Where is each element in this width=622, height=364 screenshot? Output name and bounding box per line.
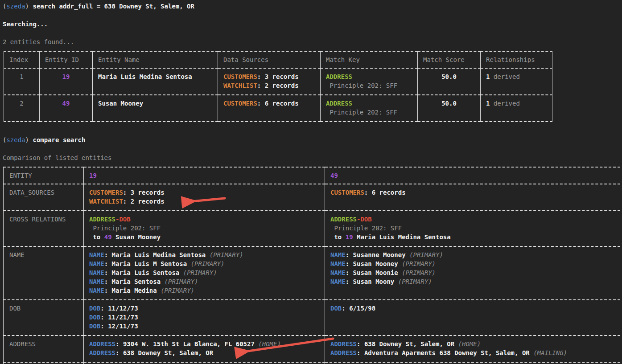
- cell-match-score: 50.0: [418, 95, 481, 122]
- comparison-caption: Comparison of listed entities: [3, 153, 622, 162]
- col-header-entity-name: Entity Name: [93, 51, 218, 68]
- cell-match-score: 50.0: [418, 68, 481, 95]
- related-entity-id: 19: [346, 233, 353, 241]
- cell-relationships: 1 derived: [481, 68, 552, 95]
- row-label-cross-relations: CROSS_RELATIONS: [4, 211, 84, 246]
- cell-entity-id: 49: [40, 95, 93, 122]
- data-source-label: CUSTOMERS: [223, 100, 257, 107]
- related-entity-name: Maria Luis Medina Sentosa: [353, 233, 451, 241]
- comparison-table: ENTITY 19 49 DATA_SOURCES CUSTOMERS: 3 r…: [3, 167, 620, 364]
- comparison-row-entity: ENTITY 19 49: [4, 167, 620, 184]
- comparison-row-partial: [4, 362, 620, 364]
- searching-status: Searching...: [3, 20, 622, 29]
- comparison-row-dob: DOB DOB: 11/12/73 DOB: 11/21/73 DOB: 12/…: [4, 300, 620, 335]
- data-sources-cell: CUSTOMERS: 6 records: [325, 184, 620, 211]
- row-label-data-sources: DATA_SOURCES: [4, 184, 84, 211]
- col-header-relationships: Relationships: [481, 51, 552, 68]
- data-sources-cell: CUSTOMERS: 3 records WATCHLIST: 2 record…: [84, 184, 325, 211]
- cell-entity-name: Maria Luis Medina Sentosa: [93, 68, 218, 95]
- comparison-row-address: ADDRESS ADDRESS: 9304 W. 15th St La Blan…: [4, 335, 620, 362]
- cross-relation-principle: Principle 202: SFF: [89, 224, 319, 233]
- col-header-data-sources: Data Sources: [218, 51, 321, 68]
- command-text: search addr_full = 638 Downey St, Salem,…: [33, 3, 194, 10]
- match-key-principle: Principle 202: SFF: [326, 108, 412, 117]
- prompt-name: szeda: [6, 136, 25, 143]
- terminal-screen[interactable]: { "misc": { "sep": ": ", "paren_open": "…: [0, 0, 622, 364]
- dob-cell: DOB: 6/15/98: [325, 300, 620, 335]
- names-cell: NAME: Maria Luis Medina Sentosa (PRIMARY…: [84, 246, 325, 300]
- data-source-count: 3 records: [265, 73, 299, 80]
- data-source-label: WATCHLIST: [223, 82, 257, 89]
- comparison-row-cross-relations: CROSS_RELATIONS ADDRESS-DOB Principle 20…: [4, 211, 620, 246]
- row-label-name: NAME: [4, 246, 84, 300]
- cell-index: 1: [4, 68, 40, 95]
- names-cell: NAME: Susanne Mooney (PRIMARY) NAME: Sus…: [325, 246, 620, 300]
- row-label-address: ADDRESS: [4, 335, 84, 362]
- command-text: compare search: [33, 136, 85, 143]
- row-label-entity: ENTITY: [4, 167, 84, 184]
- dob-cell: DOB: 11/12/73 DOB: 11/21/73 DOB: 12/11/7…: [84, 300, 325, 335]
- related-entity-id: 49: [104, 233, 112, 241]
- data-source-count: 2 records: [265, 82, 299, 89]
- table-row: 1 19 Maria Luis Medina Sentosa CUSTOMERS…: [4, 68, 552, 95]
- address-cell: ADDRESS: 9304 W. 15th St La Blanca, FL 6…: [84, 335, 325, 362]
- row-label-dob: DOB: [4, 300, 84, 335]
- cell-data-sources: CUSTOMERS: 6 records: [218, 95, 321, 122]
- cell-relationships: 1 derived: [481, 95, 552, 122]
- cross-relation-principle: Principle 202: SFF: [330, 224, 614, 233]
- data-source-count: 6 records: [265, 100, 299, 107]
- cell-entity-name: Susan Mooney: [93, 95, 218, 122]
- cross-relation-key: ADDRESS: [330, 216, 357, 223]
- cross-relations-cell: ADDRESS-DOB Principle 202: SFF to 19 Mar…: [325, 211, 620, 246]
- related-entity-name: Susan Mooney: [112, 233, 161, 241]
- data-source-label: CUSTOMERS: [223, 73, 257, 80]
- cross-relations-cell: ADDRESS-DOB Principle 202: SFF to 49 Sus…: [84, 211, 325, 246]
- address-cell: ADDRESS: 638 Downey St, Salem, OR (HOME)…: [325, 335, 620, 362]
- cell-match-key: ADDRESS Principle 202: SFF: [321, 95, 418, 122]
- col-header-index: Index: [4, 51, 40, 68]
- table-row: 2 49 Susan Mooney CUSTOMERS: 6 records A…: [4, 95, 552, 122]
- command-line-compare: (szeda) compare search: [3, 135, 622, 144]
- entity-id-cell: 19: [84, 167, 325, 184]
- cell-data-sources: CUSTOMERS: 3 records WATCHLIST: 2 record…: [218, 68, 321, 95]
- cell-index: 2: [4, 95, 40, 122]
- entities-found-status: 2 entities found...: [3, 37, 622, 46]
- results-header-row: Index Entity ID Entity Name Data Sources…: [4, 51, 552, 68]
- col-header-match-key: Match Key: [321, 51, 418, 68]
- col-header-match-score: Match Score: [418, 51, 481, 68]
- cross-relation-key: ADDRESS: [89, 216, 115, 223]
- prompt-paren-close: ): [25, 3, 33, 10]
- comparison-row-name: NAME NAME: Maria Luis Medina Sentosa (PR…: [4, 246, 620, 300]
- cell-match-key: ADDRESS Principle 202: SFF: [321, 68, 418, 95]
- command-line-search: (szeda) search addr_full = 638 Downey St…: [3, 2, 622, 11]
- entity-id-cell: 49: [325, 167, 620, 184]
- prompt-name: szeda: [6, 3, 25, 10]
- match-key-value: ADDRESS: [326, 72, 412, 81]
- prompt-paren-close: ): [25, 136, 33, 143]
- relationship-label: derived: [490, 100, 519, 107]
- match-key-value: ADDRESS: [326, 99, 412, 108]
- results-table: Index Entity ID Entity Name Data Sources…: [4, 51, 552, 122]
- comparison-row-data-sources: DATA_SOURCES CUSTOMERS: 3 records WATCHL…: [4, 184, 620, 211]
- match-key-principle: Principle 202: SFF: [326, 81, 412, 90]
- cell-entity-id: 19: [40, 68, 93, 95]
- col-header-entity-id: Entity ID: [40, 51, 93, 68]
- relationship-label: derived: [490, 73, 519, 80]
